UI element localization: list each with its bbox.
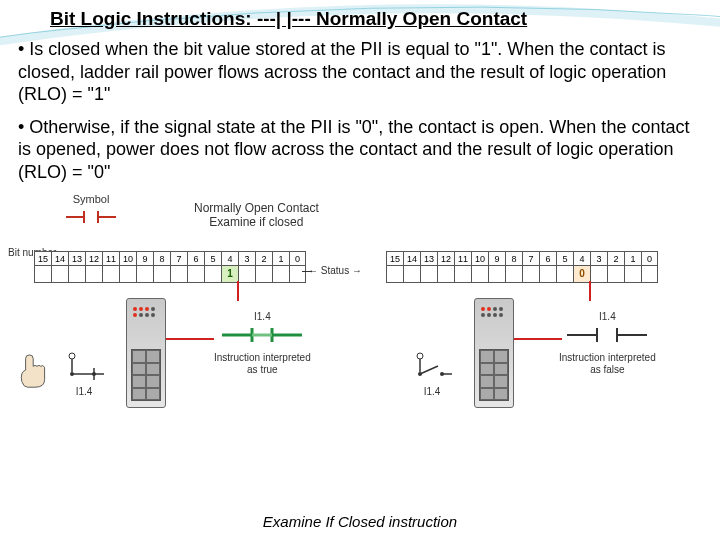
bit-column: 10 xyxy=(471,251,488,283)
interp-line1: Instruction interpreted xyxy=(559,352,656,364)
symbol-label: Symbol xyxy=(66,193,116,205)
bit-number: 7 xyxy=(523,252,539,266)
bit-number: 10 xyxy=(472,252,488,266)
bit-value: 1 xyxy=(222,266,238,282)
input-module-left xyxy=(126,298,166,408)
bit-number: 15 xyxy=(387,252,403,266)
bit-column: 7 xyxy=(170,251,187,283)
bit-value xyxy=(171,266,187,282)
bit-column: 6 xyxy=(539,251,556,283)
bit-value xyxy=(523,266,539,282)
bit-column: 3 xyxy=(590,251,607,283)
bit-column: 1 xyxy=(624,251,641,283)
bit-number: 6 xyxy=(188,252,204,266)
bit-value xyxy=(455,266,471,282)
bit-value xyxy=(205,266,221,282)
bit-number: 4 xyxy=(574,252,590,266)
bit-number: 3 xyxy=(591,252,607,266)
bit-number: 12 xyxy=(86,252,102,266)
figure-area: Symbol Normally Open Contact Examine if … xyxy=(14,193,706,448)
bit-value xyxy=(591,266,607,282)
bit-column: 2 xyxy=(607,251,624,283)
bit-value: 0 xyxy=(574,266,590,282)
bit-value xyxy=(188,266,204,282)
bit-value xyxy=(120,266,136,282)
bit-value xyxy=(103,266,119,282)
bit-number: 13 xyxy=(69,252,85,266)
input-module-right xyxy=(474,298,514,408)
bit-number: 1 xyxy=(625,252,641,266)
wire-icon xyxy=(166,338,214,340)
bit-column: 13 xyxy=(420,251,437,283)
bit-value xyxy=(506,266,522,282)
bit-number: 13 xyxy=(421,252,437,266)
bit-value xyxy=(404,266,420,282)
bit-value xyxy=(557,266,573,282)
bit-column: 5 xyxy=(556,251,573,283)
bit-value xyxy=(489,266,505,282)
bit-column: 3 xyxy=(238,251,255,283)
bit-column: 15 xyxy=(386,251,403,283)
subtitle-block: Normally Open Contact Examine if closed xyxy=(194,201,319,230)
address-label: I1.4 xyxy=(64,386,104,397)
address-label: I1.4 xyxy=(214,311,311,322)
instruction-false-block: I1.4 Instruction interpreted as false xyxy=(559,311,656,376)
bit-column: 11 xyxy=(454,251,471,283)
instruction-true-block: I1.4 Instruction interpreted as true xyxy=(214,311,311,376)
bit-number: 10 xyxy=(120,252,136,266)
wire-icon xyxy=(589,281,591,301)
bit-value xyxy=(239,266,255,282)
bit-column: 10 xyxy=(119,251,136,283)
subtitle-line1: Normally Open Contact xyxy=(194,201,319,215)
bit-column: 41 xyxy=(221,251,238,283)
bit-column: 9 xyxy=(136,251,153,283)
bit-number: 8 xyxy=(154,252,170,266)
bit-number: 6 xyxy=(540,252,556,266)
bit-value xyxy=(256,266,272,282)
bit-value xyxy=(472,266,488,282)
bit-number: 15 xyxy=(35,252,51,266)
bullet-1: • Is closed when the bit value stored at… xyxy=(18,38,702,106)
contact-closed-icon xyxy=(222,324,302,346)
bit-column: 7 xyxy=(522,251,539,283)
bit-number: 0 xyxy=(642,252,657,266)
wire-icon xyxy=(514,338,562,340)
bit-column: 8 xyxy=(505,251,522,283)
bit-value xyxy=(387,266,403,282)
bit-number: 0 xyxy=(290,252,305,266)
bit-number: 5 xyxy=(557,252,573,266)
bit-column: 9 xyxy=(488,251,505,283)
pushbutton-open-icon xyxy=(412,348,452,384)
bit-value xyxy=(35,266,51,282)
bit-value xyxy=(608,266,624,282)
bit-value xyxy=(625,266,641,282)
bit-number: 9 xyxy=(137,252,153,266)
contact-open-icon xyxy=(567,324,647,346)
bit-number: 12 xyxy=(438,252,454,266)
bit-value xyxy=(137,266,153,282)
body-text: • Is closed when the bit value stored at… xyxy=(0,34,720,183)
interp-line1: Instruction interpreted xyxy=(214,352,311,364)
bit-column: 15 xyxy=(34,251,51,283)
bit-column: 14 xyxy=(51,251,68,283)
pushbutton-open: I1.4 xyxy=(412,348,452,397)
figure-caption: Examine If Closed instruction xyxy=(0,513,720,530)
bit-column: 11 xyxy=(102,251,119,283)
bit-value xyxy=(438,266,454,282)
svg-line-14 xyxy=(420,366,438,374)
bit-number: 8 xyxy=(506,252,522,266)
symbol-block: Symbol xyxy=(66,193,116,227)
bit-number: 11 xyxy=(455,252,471,266)
hand-press-icon xyxy=(18,353,56,391)
bit-number: 5 xyxy=(205,252,221,266)
subtitle-line2: Examine if closed xyxy=(194,215,319,229)
bit-value xyxy=(290,266,305,282)
bit-value xyxy=(642,266,657,282)
bit-column: 13 xyxy=(68,251,85,283)
bit-column: 14 xyxy=(403,251,420,283)
slide-title: Bit Logic Instructions: ---| |--- Normal… xyxy=(0,0,720,34)
bit-column: 0 xyxy=(641,251,658,283)
address-label: I1.4 xyxy=(559,311,656,322)
bit-column: 2 xyxy=(255,251,272,283)
bit-value xyxy=(86,266,102,282)
